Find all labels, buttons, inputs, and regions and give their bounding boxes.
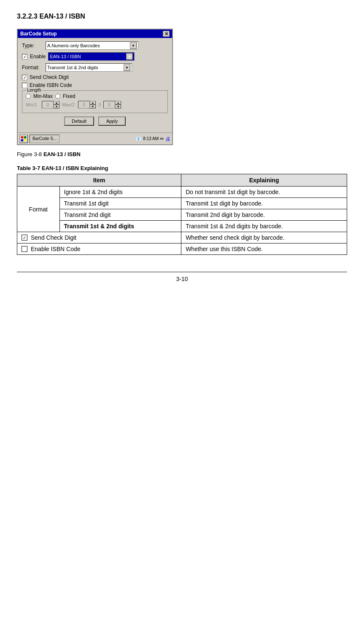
row2-explaining: Transmit 1st digit by barcode.	[181, 198, 347, 209]
row4-explaining: Transmit 1st & 2nd digits by barcode.	[181, 221, 347, 232]
enable-isbn-table-checkbox	[22, 246, 27, 252]
length-radio-row: Min-Max Fixed	[26, 93, 164, 99]
fixed-radio[interactable]	[55, 94, 60, 99]
format-group-cell: Format	[17, 187, 60, 232]
length-group: Length Min-Max Fixed Min/1 ▲ ▼	[22, 90, 168, 113]
fixed-spinbox[interactable]: ▲ ▼	[103, 101, 121, 108]
taskbar-print-icon: 🖨	[165, 136, 170, 142]
dialog-taskbar: BarCode S... 📧 8:13 AM ✏ 🖨	[18, 133, 172, 144]
min-decrement[interactable]: ▼	[54, 105, 59, 108]
fixed-input[interactable]	[103, 101, 115, 108]
table-caption-bold: EAN-13 / ISBN Explaining	[42, 165, 108, 171]
enable-isbn-cell: Enable ISBN Code	[17, 243, 181, 255]
fixed-increment[interactable]: ▲	[115, 101, 121, 105]
type-row: Type: A.Numeric-only Barcodes ▼	[22, 41, 168, 50]
default-button[interactable]: Default	[64, 116, 94, 126]
max-decrement[interactable]: ▼	[90, 105, 96, 108]
send-check-cell: Send Check Digit	[17, 232, 181, 243]
dialog-buttons: Default Apply	[22, 116, 168, 126]
type-select[interactable]: A.Numeric-only Barcodes ▼	[46, 41, 138, 50]
row3-explaining: Transmit 2nd digit by barcode.	[181, 209, 347, 221]
enable-row: Enable EAN-13 / ISBN ▼	[22, 52, 168, 61]
enable-select-value: EAN-13 / ISBN	[50, 54, 81, 59]
table-row: Send Check Digit Whether send check digi…	[17, 232, 347, 243]
svg-rect-1	[24, 136, 26, 138]
row2-sub: Transmit 1st digit	[59, 198, 181, 209]
row4-sub: Transmit 1st & 2nd digits	[59, 221, 181, 232]
header-explaining: Explaining	[181, 174, 347, 187]
length-legend: Length	[26, 87, 43, 92]
apply-button[interactable]: Apply	[98, 116, 126, 126]
taskbar-start-button[interactable]	[19, 135, 28, 143]
table-header-row: Item Explaining	[17, 174, 347, 187]
send-check-digit-row: Send Check Digit	[22, 74, 168, 80]
min-increment[interactable]: ▲	[54, 101, 59, 105]
taskbar-email-icon: 📧	[135, 136, 142, 142]
enable-isbn-table-label: Enable ISBN Code	[31, 246, 81, 252]
enable-isbn-explaining: Whether use this ISBN Code.	[181, 243, 347, 255]
minmax-radio[interactable]	[26, 94, 31, 99]
type-label: Type:	[22, 43, 43, 49]
dialog-title: BarCode Setup	[20, 31, 57, 37]
row3-sub: Transmit 2nd digit	[59, 209, 181, 221]
figure-caption: Figure 3-8 EAN-13 / ISBN	[17, 151, 347, 157]
minmax-label: Min-Max	[33, 93, 53, 99]
send-check-digit-checkbox[interactable]	[22, 75, 27, 80]
length-values-row: Min/1 ▲ ▼ Max/2 ▲ ▼	[26, 101, 164, 108]
max-input[interactable]	[78, 101, 90, 108]
max-increment[interactable]: ▲	[90, 101, 96, 105]
table-row: Transmit 1st digit Transmit 1st digit by…	[17, 198, 347, 209]
format-select-arrow[interactable]: ▼	[124, 64, 130, 71]
max-label: Max/2	[62, 102, 75, 107]
table-caption: Table 3-7 EAN-13 / ISBN Explaining	[17, 165, 347, 171]
figure-prefix: Figure 3-8	[17, 151, 43, 157]
barcode-setup-dialog[interactable]: BarCode Setup ✕ Type: A.Numeric-only Bar…	[17, 29, 173, 145]
min-label: Min/1	[26, 102, 39, 107]
send-check-explaining: Whether send check digit by barcode.	[181, 232, 347, 243]
svg-rect-3	[24, 139, 26, 141]
explaining-table: Item Explaining Format Ignore 1st & 2nd …	[17, 174, 347, 255]
table-caption-prefix: Table 3-7	[17, 165, 42, 171]
format-label: Format:	[22, 65, 43, 70]
page-title: 3.2.2.3 EAN-13 / ISBN	[17, 13, 347, 20]
table-row: Enable ISBN Code Whether use this ISBN C…	[17, 243, 347, 255]
taskbar-icons: 📧 8:13 AM ✏ 🖨	[135, 136, 170, 142]
format-select-value: Transmit 1st & 2nd digits	[47, 65, 98, 70]
figure-bold: EAN-13 / ISBN	[43, 151, 81, 157]
enable-isbn-row: Enable ISBN Code	[22, 82, 168, 88]
dialog-titlebar: BarCode Setup ✕	[18, 30, 172, 38]
fixed-decrement[interactable]: ▼	[115, 105, 121, 108]
dialog-content: Type: A.Numeric-only Barcodes ▼ Enable E…	[18, 38, 172, 133]
send-check-table-label: Send Check Digit	[31, 234, 76, 241]
format-row: Format: Transmit 1st & 2nd digits ▼	[22, 63, 168, 72]
row1-sub: Ignore 1st & 2nd digits	[59, 187, 181, 198]
table-row: Transmit 2nd digit Transmit 2nd digit by…	[17, 209, 347, 221]
windows-icon	[21, 136, 27, 142]
taskbar-time: 8:13 AM	[143, 136, 159, 141]
fixed-num-label: 3	[98, 102, 101, 107]
row1-explaining: Do not transmit 1st digit by barcode.	[181, 187, 347, 198]
header-item: Item	[17, 174, 181, 187]
min-input[interactable]	[42, 101, 54, 108]
enable-label: Enable	[30, 54, 46, 60]
screenshot-area: BarCode Setup ✕ Type: A.Numeric-only Bar…	[17, 29, 347, 145]
enable-select-arrow[interactable]: ▼	[126, 53, 133, 60]
send-check-table-checkbox	[22, 235, 27, 241]
type-select-value: A.Numeric-only Barcodes	[47, 43, 100, 48]
svg-rect-2	[21, 139, 23, 141]
min-spinbox[interactable]: ▲ ▼	[42, 101, 59, 108]
enable-select[interactable]: EAN-13 / ISBN ▼	[48, 52, 135, 61]
taskbar-edit-icon: ✏	[160, 136, 164, 142]
enable-checkbox[interactable]	[22, 54, 27, 60]
svg-rect-0	[21, 136, 23, 138]
fixed-label: Fixed	[63, 93, 75, 99]
taskbar-app-button[interactable]: BarCode S...	[30, 135, 59, 143]
max-spinbox[interactable]: ▲ ▼	[78, 101, 96, 108]
dialog-close-button[interactable]: ✕	[163, 31, 170, 37]
send-check-digit-label: Send Check Digit	[30, 74, 69, 80]
table-row: Transmit 1st & 2nd digits Transmit 1st &…	[17, 221, 347, 232]
type-select-arrow[interactable]: ▼	[130, 42, 137, 49]
table-row: Format Ignore 1st & 2nd digits Do not tr…	[17, 187, 347, 198]
format-select[interactable]: Transmit 1st & 2nd digits ▼	[46, 63, 132, 72]
page-number: 3-10	[17, 272, 347, 282]
